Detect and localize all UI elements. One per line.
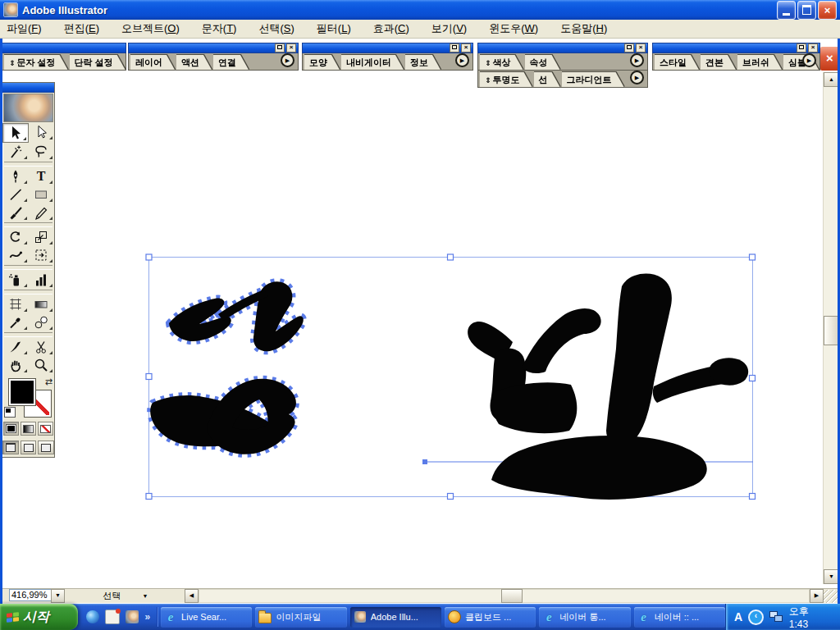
zoom-level-field[interactable]: 416,99%	[9, 589, 51, 601]
palette-layers-titlebar[interactable]: ×	[128, 43, 299, 53]
hand-tool[interactable]	[2, 356, 29, 374]
horizontal-scroll-thumb[interactable]	[501, 589, 523, 603]
tray-collapse-icon[interactable]: ‹	[748, 609, 764, 625]
network-icon[interactable]	[769, 611, 783, 623]
tab-info[interactable]: 정보	[405, 55, 441, 70]
standard-screen-mode-button[interactable]	[2, 441, 19, 454]
palette-close-icon[interactable]: ×	[808, 43, 818, 52]
tab-character-settings[interactable]: ⇕문자 설정	[4, 55, 68, 70]
horizontal-scrollbar[interactable]	[199, 589, 810, 603]
pencil-tool[interactable]	[29, 203, 55, 221]
palette-menu-icon[interactable]: ▶	[802, 53, 816, 67]
hscroll-left-button[interactable]: ◀	[185, 589, 199, 603]
pen-tool[interactable]	[2, 167, 29, 185]
minimize-button[interactable]	[777, 1, 796, 20]
selection-tool[interactable]	[2, 123, 29, 143]
tab-stroke[interactable]: 선	[534, 72, 560, 87]
tab-color[interactable]: ⇕색상	[480, 55, 523, 70]
tab-gradient[interactable]: 그라디언트	[562, 72, 624, 87]
fill-color-swatch[interactable]	[8, 378, 36, 406]
task-button-clipboard[interactable]: 클립보드 ...	[445, 607, 536, 628]
tab-links[interactable]: 연결	[213, 55, 249, 70]
tab-paragraph-settings[interactable]: 단락 설정	[70, 55, 126, 70]
warp-tool[interactable]	[2, 246, 29, 264]
symbol-sprayer-tool[interactable]	[2, 271, 29, 289]
slice-tool[interactable]	[2, 338, 29, 356]
palette-appearance-titlebar[interactable]: ×	[302, 43, 473, 53]
status-display[interactable]: 선택 ▼	[70, 590, 181, 602]
paintbrush-tool[interactable]	[2, 203, 29, 221]
full-screen-menu-mode-button[interactable]	[21, 441, 37, 454]
menu-object[interactable]: 오브젝트(O)	[116, 20, 185, 38]
mail-icon[interactable]	[105, 609, 120, 624]
start-button[interactable]: 시작	[0, 604, 78, 630]
gradient-tool[interactable]	[29, 295, 55, 313]
window-resize-grip[interactable]	[824, 590, 838, 603]
type-tool[interactable]: T	[29, 167, 55, 185]
menu-edit[interactable]: 편집(E)	[58, 20, 105, 38]
lasso-tool[interactable]	[29, 143, 55, 161]
direct-selection-tool[interactable]	[29, 123, 55, 141]
mesh-tool[interactable]	[2, 295, 29, 313]
menu-effect[interactable]: 효과(C)	[368, 20, 415, 38]
palette-minimize-icon[interactable]	[275, 43, 285, 52]
scale-tool[interactable]	[29, 228, 55, 246]
task-button-naver-1[interactable]: e 네이버 통...	[539, 607, 630, 628]
rotate-tool[interactable]	[2, 228, 29, 246]
close-button[interactable]: ×	[818, 1, 837, 20]
menu-type[interactable]: 문자(T)	[196, 20, 243, 38]
hscroll-right-button[interactable]: ▶	[810, 589, 824, 603]
internet-icon[interactable]	[86, 610, 99, 623]
tab-swatches[interactable]: 견본	[701, 55, 736, 70]
restore-button[interactable]	[797, 1, 816, 20]
none-button[interactable]	[38, 422, 53, 436]
menu-help[interactable]: 도움말(H)	[555, 20, 613, 38]
palette-close-icon[interactable]: ×	[636, 43, 646, 52]
scissors-tool[interactable]	[29, 338, 55, 356]
tab-appearance[interactable]: 모양	[304, 55, 340, 70]
palette-character-titlebar[interactable]	[2, 43, 126, 53]
vertical-scrollbar[interactable]: ▲ ▼	[823, 72, 838, 584]
tab-navigator[interactable]: 내비게이터	[341, 55, 404, 70]
palette-menu-icon[interactable]: ▶	[455, 53, 469, 67]
palette-close-icon[interactable]: ×	[286, 43, 296, 52]
line-segment-tool[interactable]	[2, 185, 29, 203]
menu-view[interactable]: 보기(V)	[426, 20, 472, 38]
full-screen-mode-button[interactable]	[38, 441, 54, 454]
palette-close-icon[interactable]: ×	[461, 43, 471, 52]
menu-window[interactable]: 윈도우(W)	[483, 20, 544, 38]
palette-minimize-icon[interactable]	[624, 43, 634, 52]
menu-select[interactable]: 선택(S)	[253, 20, 299, 38]
palette-minimize-icon[interactable]	[450, 43, 459, 52]
task-button-naver-2[interactable]: e 네이버 :: ...	[634, 607, 725, 628]
palette-color-titlebar[interactable]: ×	[477, 43, 648, 53]
palette-styles-titlebar[interactable]: ×	[652, 43, 820, 53]
quick-launch-chevron-icon[interactable]: »	[144, 611, 150, 623]
magic-wand-tool[interactable]	[2, 143, 29, 161]
task-button-live-search[interactable]: e Live Sear...	[161, 607, 252, 628]
task-button-illustrator[interactable]: Adobe Illu...	[350, 607, 441, 628]
gradient-button[interactable]	[21, 422, 36, 436]
blend-tool[interactable]	[29, 313, 55, 331]
tab-brushes[interactable]: 브러쉬	[737, 55, 782, 70]
color-button[interactable]	[3, 422, 19, 436]
graph-tool[interactable]	[29, 271, 55, 289]
tab-styles[interactable]: 스타일	[655, 55, 699, 70]
default-fill-stroke-icon[interactable]	[4, 407, 16, 418]
zoom-tool[interactable]	[29, 356, 55, 374]
tab-layers[interactable]: 레이어	[130, 55, 175, 70]
eyedropper-tool[interactable]	[2, 313, 29, 331]
artboard-canvas[interactable]	[2, 38, 823, 588]
ime-indicator[interactable]: A	[734, 610, 742, 623]
swap-fill-stroke-icon[interactable]: ⇄	[45, 377, 52, 387]
menu-file[interactable]: 파일(F)	[1, 20, 48, 38]
zoom-dropdown-icon[interactable]: ▼	[51, 589, 65, 603]
illustrator-icon[interactable]	[126, 610, 139, 623]
tab-attributes[interactable]: 속성	[525, 55, 560, 70]
tab-transparency[interactable]: ⇕투명도	[480, 72, 532, 87]
menu-filter[interactable]: 필터(L)	[311, 20, 357, 38]
task-button-image-folder[interactable]: 이미지파일	[255, 607, 346, 628]
palette-menu-icon[interactable]: ▶	[630, 53, 644, 67]
rectangle-tool[interactable]	[29, 185, 55, 203]
palette-menu-icon[interactable]: ▶	[630, 71, 644, 84]
